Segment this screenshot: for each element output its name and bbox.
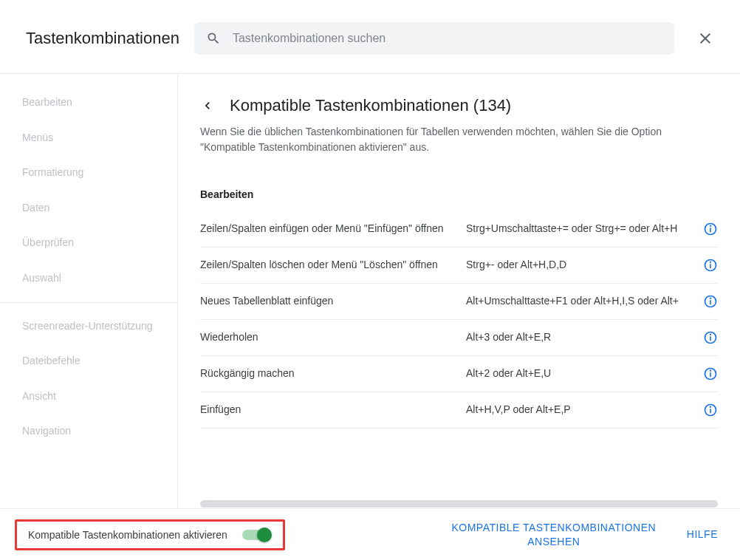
- shortcut-row: Einfügen Alt+H,V,P oder Alt+E,P: [200, 392, 718, 428]
- svg-point-17: [710, 406, 711, 407]
- page-title: Tastenkombinationen: [26, 29, 179, 48]
- main-header: Kompatible Tastenkombinationen (134) Wen…: [178, 74, 740, 170]
- info-icon[interactable]: [703, 366, 718, 381]
- info-icon[interactable]: [703, 403, 718, 417]
- shortcut-name: Einfügen: [200, 403, 451, 417]
- horizontal-scrollbar[interactable]: [200, 500, 718, 508]
- toggle-label: Kompatible Tastenkombinationen aktiviere…: [28, 529, 227, 541]
- sidebar-item-daten[interactable]: Daten: [0, 191, 177, 226]
- search-icon: [206, 31, 221, 46]
- info-icon[interactable]: [703, 330, 718, 345]
- main-content: Kompatible Tastenkombinationen (134) Wen…: [177, 74, 740, 508]
- svg-point-14: [710, 370, 711, 371]
- sidebar-divider: [0, 302, 177, 303]
- info-icon[interactable]: [703, 222, 718, 236]
- sidebar-item-label: Menüs: [22, 132, 53, 143]
- sidebar-item-formatierung[interactable]: Formatierung: [0, 155, 177, 191]
- svg-point-5: [710, 262, 711, 262]
- sidebar-item-ueberpruefen[interactable]: Überprüfen: [0, 225, 177, 261]
- shortcut-name: Neues Tabellenblatt einfügen: [200, 294, 451, 309]
- shortcut-row: Neues Tabellenblatt einfügen Alt+Umschal…: [200, 284, 718, 320]
- sidebar-item-ansicht[interactable]: Ansicht: [0, 379, 177, 414]
- sidebar-item-dateibefehle[interactable]: Dateibefehle: [0, 344, 177, 379]
- shortcuts-list[interactable]: Bearbeiten Zeilen/Spalten einfügen oder …: [178, 170, 740, 496]
- shortcut-name: Zeilen/Spalten löschen oder Menü "Lösche…: [200, 258, 451, 273]
- shortcut-row: Zeilen/Spalten löschen oder Menü "Lösche…: [200, 247, 718, 284]
- view-compat-shortcuts-link[interactable]: KOMPATIBLE TASTENKOMBINATIONEN ANSEHEN: [443, 521, 665, 547]
- close-icon[interactable]: [696, 30, 714, 47]
- sidebar-item-label: Daten: [22, 202, 49, 214]
- shortcut-keys: Alt+3 oder Alt+E,R: [466, 330, 688, 345]
- info-icon[interactable]: [703, 294, 718, 309]
- search-container[interactable]: [194, 22, 674, 55]
- sidebar-item-label: Bearbeiten: [22, 96, 72, 108]
- sidebar-item-label: Formatierung: [22, 166, 83, 178]
- sidebar-item-bearbeiten[interactable]: Bearbeiten: [0, 85, 177, 120]
- section-description: Wenn Sie die üblichen Tastenkombinatione…: [200, 124, 718, 155]
- info-icon[interactable]: [703, 258, 718, 273]
- svg-point-11: [710, 334, 711, 335]
- sidebar-item-screenreader[interactable]: Screenreader-Unterstützung: [0, 309, 177, 344]
- search-input[interactable]: [233, 32, 662, 45]
- shortcut-name: Rückgängig machen: [200, 366, 451, 381]
- shortcut-keys: Strg+- oder Alt+H,D,D: [466, 258, 688, 273]
- sidebar-item-label: Überprüfen: [22, 236, 74, 248]
- shortcut-keys: Alt+2 oder Alt+E,U: [466, 366, 688, 381]
- sidebar: Bearbeiten Menüs Formatierung Daten Über…: [0, 74, 177, 508]
- dialog-header: Tastenkombinationen: [0, 0, 740, 73]
- title-row: Kompatible Tastenkombinationen (134): [200, 96, 718, 115]
- shortcut-name: Zeilen/Spalten einfügen oder Menü "Einfü…: [200, 222, 451, 236]
- shortcut-row: Wiederholen Alt+3 oder Alt+E,R: [200, 320, 718, 356]
- section-title-text: Kompatible Tastenkombinationen: [230, 96, 469, 115]
- sidebar-item-label: Auswahl: [22, 272, 61, 284]
- help-link[interactable]: HILFE: [687, 527, 718, 541]
- shortcut-row: Rückgängig machen Alt+2 oder Alt+E,U: [200, 356, 718, 392]
- section-count: (134): [473, 96, 511, 115]
- svg-point-2: [710, 225, 711, 226]
- shortcut-keys: Strg+Umschalttaste+= oder Strg+= oder Al…: [466, 222, 688, 236]
- sidebar-item-navigation[interactable]: Navigation: [0, 414, 177, 449]
- content-wrapper: Bearbeiten Menüs Formatierung Daten Über…: [0, 73, 740, 508]
- sidebar-item-label: Navigation: [22, 425, 71, 437]
- svg-point-8: [710, 298, 711, 298]
- toggle-container-highlighted: Kompatible Tastenkombinationen aktiviere…: [15, 519, 285, 550]
- sidebar-item-auswahl[interactable]: Auswahl: [0, 261, 177, 296]
- back-arrow-icon[interactable]: [200, 98, 215, 113]
- dialog-footer: Kompatible Tastenkombinationen aktiviere…: [0, 508, 740, 560]
- toggle-thumb: [257, 527, 272, 542]
- shortcut-keys: Alt+H,V,P oder Alt+E,P: [466, 403, 688, 417]
- shortcut-keys: Alt+Umschalttaste+F1 oder Alt+H,I,S oder…: [466, 294, 688, 309]
- sidebar-item-menues[interactable]: Menüs: [0, 120, 177, 156]
- category-title: Bearbeiten: [200, 170, 718, 211]
- compat-shortcuts-toggle[interactable]: [242, 527, 272, 542]
- sidebar-item-label: Dateibefehle: [22, 355, 80, 366]
- sidebar-item-label: Screenreader-Unterstützung: [22, 320, 153, 332]
- shortcut-name: Wiederholen: [200, 330, 451, 345]
- sidebar-item-label: Ansicht: [22, 390, 56, 402]
- section-title: Kompatible Tastenkombinationen (134): [230, 96, 511, 115]
- shortcut-row: Zeilen/Spalten einfügen oder Menü "Einfü…: [200, 211, 718, 247]
